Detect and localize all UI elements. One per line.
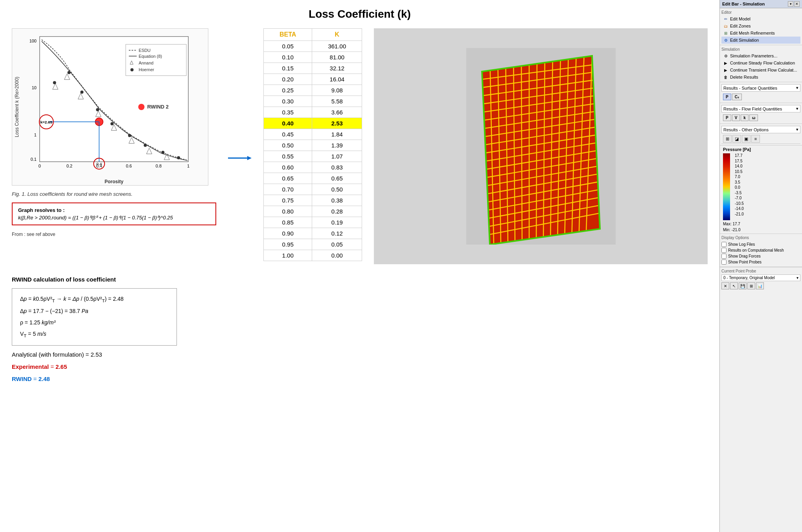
surface-btn-P[interactable]: P [723,94,731,100]
svg-point-47 [131,68,134,71]
results-surface-dropdown[interactable]: Results - Surface Quantities ▾ [721,84,800,92]
sidebar-pin-btn[interactable]: ▾ [788,1,793,7]
svg-rect-89 [723,153,730,220]
svg-text:1: 1 [187,164,189,168]
sidebar-item-edit-model[interactable]: ✏ Edit Model [721,15,800,22]
probe-btn-save[interactable]: 💾 [739,282,747,289]
table-row: 0.1081.00 [264,52,362,63]
checkbox-row[interactable]: Show Log Files [721,241,800,247]
table-cell-beta: 0.45 [264,129,312,140]
probe-btn-grid[interactable]: ⊞ [747,282,755,289]
continue-steady-flow[interactable]: ▶ Continue Steady Flow Calculation [721,59,800,66]
checkbox[interactable] [721,248,727,253]
svg-marker-50 [247,156,252,160]
table-cell-k: 1.39 [312,140,362,151]
checkbox-label: Show Log Files [728,242,755,247]
checkbox[interactable] [721,254,727,259]
probe-btn-x[interactable]: ✕ [721,282,729,289]
delete-icon: 🗑 [723,74,728,80]
probe-dropdown[interactable]: 0 - Temporary, Original Model ▾ [721,274,800,281]
checkbox[interactable] [721,242,727,247]
table-cell-k: 0.19 [312,217,362,228]
probe-btn-cursor[interactable]: ↖ [730,282,738,289]
table-cell-k: 2.53 [312,118,362,129]
table-row: 0.353.66 [264,107,362,118]
svg-text:100: 100 [29,39,37,43]
colorbar-value: -3.5 [735,191,744,195]
other-toolbar: ⊞ ◪ ▣ ≡ [721,134,800,144]
probe-chevron: ▾ [796,276,798,280]
sidebar-item-edit-zones[interactable]: 🗂 Edit Zones [721,22,800,29]
results-other-label: Results - Other Options [723,127,769,132]
table-cell-k: 0.05 [312,239,362,250]
svg-text:k=2.65: k=2.65 [40,120,52,124]
colorbar-section: Pressure [Pa] [720,145,802,234]
svg-point-22 [53,81,56,84]
svg-text:Porosity: Porosity [105,179,123,184]
sidebar-item-mesh-refinements[interactable]: ⊞ Edit Mesh Refinements [721,29,800,37]
table-row: 0.402.53 [264,118,362,129]
table-cell-k: 361.00 [312,41,362,52]
sidebar-item-edit-simulation[interactable]: ⚙ Edit Simulation [721,37,800,44]
probe-btn-chart[interactable]: 📊 [756,282,764,289]
current-point-probe-section: Current Point Probe 0 - Temporary, Origi… [720,267,802,291]
bottom-section: RWIND calculation of loss coefficient Δp… [12,276,708,382]
checkbox[interactable] [721,260,727,265]
surface-btn-Cs[interactable]: Cₛ [732,94,742,100]
sidebar-controls[interactable]: ▾ ✕ [788,1,800,7]
checkbox-row[interactable]: Results on Computational Mesh [721,247,800,253]
probe-value: 0 - Temporary, Original Model [723,276,775,280]
table-cell-k: 9.08 [312,85,362,96]
edit-model-label: Edit Model [730,17,750,21]
graph-ref: From : see ref above [12,232,216,237]
other-btn-3[interactable]: ▣ [742,135,750,143]
results-other-section: Results - Other Options ▾ ⊞ ◪ ▣ ≡ [720,124,802,145]
svg-point-38 [138,104,145,110]
flow-btn-V[interactable]: V [732,114,740,121]
flow-btn-omega[interactable]: ω [749,114,758,121]
sidebar: Edit Bar - Simulation ▾ ✕ Editor ✏ Edit … [719,0,802,532]
colorbar-value: -7.0 [735,196,744,200]
other-btn-4[interactable]: ≡ [751,135,760,143]
other-btn-1[interactable]: ⊞ [723,135,732,143]
calc-title: RWIND calculation of loss coefficient [12,276,708,283]
flow-btn-k[interactable]: k [741,114,749,121]
display-options-section: Display Options Show Log FilesResults on… [720,234,802,267]
table-cell-beta: 0.80 [264,206,312,217]
delete-results[interactable]: 🗑 Delete Results [721,74,800,81]
flow-btn-P[interactable]: P [723,114,731,121]
table-cell-beta: 0.30 [264,96,312,107]
table-cell-beta: 0.05 [264,41,312,52]
table-cell-k: 0.00 [312,250,362,261]
checkbox-label: Show Point Probes [728,260,762,264]
table-cell-k: 0.83 [312,162,362,173]
colorbar-value: -14.0 [735,206,744,211]
arrow-area [228,28,252,264]
sidebar-close-btn[interactable]: ✕ [794,1,800,7]
colorbar-title: Pressure [Pa] [723,147,799,152]
results-surface-label: Results - Surface Quantities [723,86,777,90]
graph-container: Loss Coefficient k (Re>2000) Porosity 10… [12,28,208,186]
transient-flow-label: Continue Transient Flow Calculat... [730,68,797,72]
continue-transient-flow[interactable]: ▶ Continue Transient Flow Calculat... [721,66,800,74]
table-cell-beta: 0.60 [264,162,312,173]
results-other-dropdown[interactable]: Results - Other Options ▾ [721,126,800,133]
simulation-section: Simulation ⚙ Simulation Parameters... ▶ … [720,45,802,82]
table-cell-beta: 0.15 [264,63,312,74]
results-flow-dropdown[interactable]: Results - Flow Field Quantities ▾ [721,105,800,112]
sidebar-title: Edit Bar - Simulation [722,2,765,6]
calc-line4: VT = 5 m/s [20,329,169,340]
table-cell-k: 0.65 [312,173,362,184]
table-cell-beta: 0.40 [264,118,312,129]
sim-params[interactable]: ⚙ Simulation Parameters... [721,52,800,59]
checkbox-row[interactable]: Show Point Probes [721,259,800,265]
table-cell-beta: 0.70 [264,184,312,195]
colorbar-value: 17.5 [735,159,744,163]
sim-params-label: Simulation Parameters... [730,53,777,58]
svg-point-26 [110,122,114,125]
sim-params-icon: ⚙ [723,53,728,59]
table-area: BETA K 0.05361.000.1081.000.1532.120.201… [263,28,362,264]
sidebar-titlebar: Edit Bar - Simulation ▾ ✕ [720,0,802,8]
other-btn-2[interactable]: ◪ [732,135,741,143]
checkbox-row[interactable]: Show Drag Forces [721,253,800,259]
